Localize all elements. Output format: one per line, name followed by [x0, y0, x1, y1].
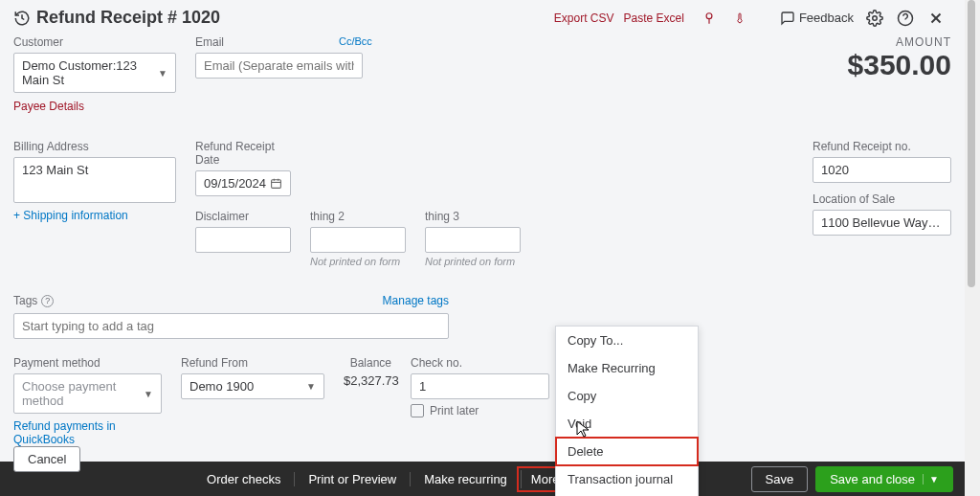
- tags-label: Tags ?: [13, 294, 54, 307]
- save-button[interactable]: Save: [751, 466, 809, 492]
- thing3-label: thing 3: [425, 210, 521, 223]
- refund-qb-link[interactable]: Refund payments in QuickBooks: [13, 419, 162, 446]
- scrollbar[interactable]: [965, 0, 980, 496]
- thing2-note: Not printed on form: [310, 256, 406, 267]
- footer-bar: Cancel Order checks Print or Preview Mak…: [0, 462, 965, 496]
- gear-icon[interactable]: [865, 9, 884, 28]
- payment-method-label: Payment method: [13, 356, 162, 370]
- history-icon[interactable]: [13, 10, 31, 27]
- billing-address[interactable]: 123 Main St: [13, 157, 176, 203]
- billing-label: Billing Address: [13, 140, 176, 153]
- balance-label: Balance: [344, 356, 391, 370]
- receipt-no-input[interactable]: [813, 157, 951, 183]
- receipt-date-input[interactable]: 09/15/2024: [195, 170, 291, 196]
- balance-value: $2,327.73: [344, 373, 391, 388]
- feedback-button[interactable]: Feedback: [780, 11, 854, 26]
- thing2-input[interactable]: [310, 227, 406, 253]
- tags-help-icon[interactable]: ?: [41, 295, 54, 307]
- disclaimer-label: Disclaimer: [195, 210, 291, 223]
- check-no-input[interactable]: [411, 373, 549, 399]
- payee-details-link[interactable]: Payee Details: [13, 100, 84, 113]
- menu-copy-to[interactable]: Copy To...: [556, 327, 698, 354]
- receipt-date-label: Refund Receipt Date: [195, 140, 291, 167]
- order-checks-link[interactable]: Order checks: [193, 472, 294, 486]
- print-preview-link[interactable]: Print or Preview: [294, 472, 410, 486]
- receipt-no-label: Refund Receipt no.: [813, 140, 951, 153]
- chevron-down-icon[interactable]: ▼: [923, 474, 939, 485]
- thing2-label: thing 2: [310, 210, 406, 223]
- scrollbar-thumb[interactable]: [968, 0, 975, 287]
- email-input[interactable]: [195, 53, 363, 79]
- shipping-link[interactable]: + Shipping information: [13, 209, 176, 222]
- email-label: Email: [195, 35, 224, 49]
- thing3-note: Not printed on form: [425, 256, 521, 267]
- svg-rect-7: [272, 180, 281, 189]
- export-csv-link[interactable]: Export CSV: [554, 11, 614, 25]
- pin-icon[interactable]: [700, 9, 719, 28]
- refund-from-select[interactable]: Demo 1900▼: [181, 373, 324, 399]
- save-close-button[interactable]: Save and close▼: [815, 466, 953, 492]
- cursor-icon: [575, 419, 592, 439]
- payment-method-select[interactable]: Choose payment method▼: [13, 373, 162, 414]
- menu-copy[interactable]: Copy: [556, 382, 698, 410]
- thing3-input[interactable]: [425, 227, 521, 253]
- close-icon[interactable]: [926, 9, 946, 28]
- more-menu: Copy To... Make Recurring Copy Void Dele…: [555, 326, 699, 496]
- location-input[interactable]: [813, 210, 951, 236]
- menu-make-recurring[interactable]: Make Recurring: [556, 354, 698, 382]
- disclaimer-input[interactable]: [195, 227, 291, 253]
- check-no-label: Check no.: [411, 356, 549, 370]
- manage-tags-link[interactable]: Manage tags: [383, 294, 449, 307]
- amount-value: $350.00: [848, 49, 951, 81]
- cc-bcc-link[interactable]: Cc/Bcc: [339, 35, 372, 53]
- help-icon[interactable]: [896, 9, 915, 28]
- cancel-button[interactable]: Cancel: [13, 446, 80, 472]
- page-title: Refund Receipt # 1020: [13, 8, 220, 28]
- svg-point-2: [873, 15, 878, 20]
- menu-delete[interactable]: Delete: [556, 438, 698, 465]
- menu-transaction-journal[interactable]: Transaction journal: [556, 465, 698, 493]
- customer-select[interactable]: Demo Customer:123 Main St▼: [13, 53, 176, 93]
- calendar-icon: [270, 177, 282, 190]
- paste-excel-link[interactable]: Paste Excel: [624, 11, 684, 25]
- print-later-label: Print later: [430, 404, 479, 417]
- customer-label: Customer: [13, 35, 176, 49]
- thermometer-icon[interactable]: [730, 9, 749, 28]
- print-later-checkbox[interactable]: [411, 404, 424, 417]
- make-recurring-link[interactable]: Make recurring: [410, 472, 521, 486]
- location-label: Location of Sale: [813, 192, 951, 206]
- refund-from-label: Refund From: [181, 356, 324, 370]
- svg-point-0: [706, 12, 712, 18]
- tags-input[interactable]: [13, 313, 449, 339]
- amount-label: AMOUNT: [848, 35, 951, 49]
